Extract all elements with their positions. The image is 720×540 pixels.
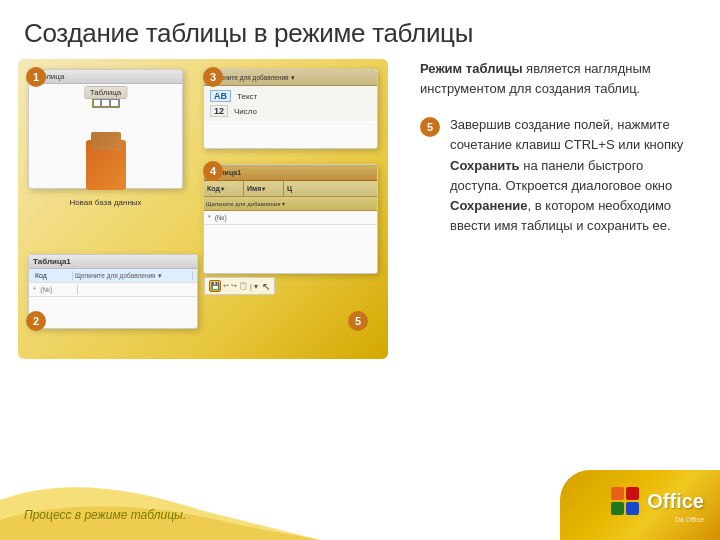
- right-para2-bold2: Сохранение: [450, 198, 528, 213]
- step-badge-2: 2: [26, 311, 46, 331]
- step-badge-5-ill: 5: [348, 311, 368, 331]
- step5-row: 5 Завершив создание полей, нажмите сочет…: [420, 115, 698, 252]
- mock-window-4: Таблица1 Код ▾ Имя ▾ Ц Щелкните для доба…: [203, 164, 378, 274]
- win2-toolbar: Таблица1: [29, 255, 197, 269]
- bottom-section: Процесс в режиме таблицы. Office Da Offi…: [0, 470, 720, 540]
- office-logo-area: Office Da Office: [560, 470, 720, 540]
- win2-col1: Код: [33, 271, 73, 280]
- right-para1-bold: Режим таблицы: [420, 61, 523, 76]
- win1-tablica-label: Таблица: [84, 86, 127, 99]
- mock-window-3: Щелкните для добавления ▾ AB Текст 12 Чи…: [203, 69, 378, 149]
- mock-window-1: Таблица Таблица: [28, 69, 183, 189]
- page-title: Создание таблицы в режиме таблицы: [0, 0, 720, 59]
- step-badge-3: 3: [203, 67, 223, 87]
- da-office-label: Da Office: [675, 516, 704, 523]
- office-squares: [611, 487, 639, 515]
- illustration-box: 1 2 3 4 5 Таблица: [18, 59, 388, 359]
- left-panel: 1 2 3 4 5 Таблица: [18, 59, 398, 459]
- new-db-label: Новая база данных: [69, 198, 141, 207]
- office-brand-text: Office: [647, 490, 704, 513]
- sq-orange: [611, 487, 624, 500]
- win4-click-add: Щелкните для добавления ▾: [206, 200, 375, 207]
- win2-data-row: * (№): [29, 283, 197, 297]
- win1-toolbar: Таблица: [29, 70, 182, 84]
- win3-ab-label: AB: [210, 90, 231, 102]
- db-icon: [86, 140, 126, 190]
- right-para2-text: Завершив создание полей, нажмите сочетан…: [450, 117, 683, 152]
- win3-text-label: Текст: [237, 92, 257, 101]
- win2-header-row: Код Щелкните для добавления ▾: [29, 269, 197, 283]
- win3-num-text: Число: [234, 107, 257, 116]
- right-para2-bold: Сохранить: [450, 158, 520, 173]
- yellow-curve-decoration: [0, 470, 320, 540]
- right-para2: Завершив создание полей, нажмите сочетан…: [450, 115, 698, 236]
- win4-title: Таблица1: [204, 165, 377, 181]
- right-para1: Режим таблицы является наглядным инструм…: [420, 59, 698, 99]
- office-logo: Office: [611, 487, 704, 515]
- main-content: 1 2 3 4 5 Таблица: [0, 59, 720, 459]
- step-badge-1: 1: [26, 67, 46, 87]
- win1-content: Таблица Новая база данных: [29, 84, 182, 213]
- sq-green: [611, 502, 624, 515]
- mock-window-2: Таблица1 Код Щелкните для добавления ▾ *…: [28, 254, 198, 329]
- caption-text: Процесс в режиме таблицы.: [24, 508, 186, 522]
- sq-red: [626, 487, 639, 500]
- win2-col2: Щелкните для добавления ▾: [73, 271, 193, 280]
- right-panel: Режим таблицы является наглядным инструм…: [416, 59, 702, 459]
- step-badge-4: 4: [203, 161, 223, 181]
- sq-blue: [626, 502, 639, 515]
- win3-num-label: 12: [210, 105, 228, 117]
- step-badge-5-right: 5: [420, 117, 440, 137]
